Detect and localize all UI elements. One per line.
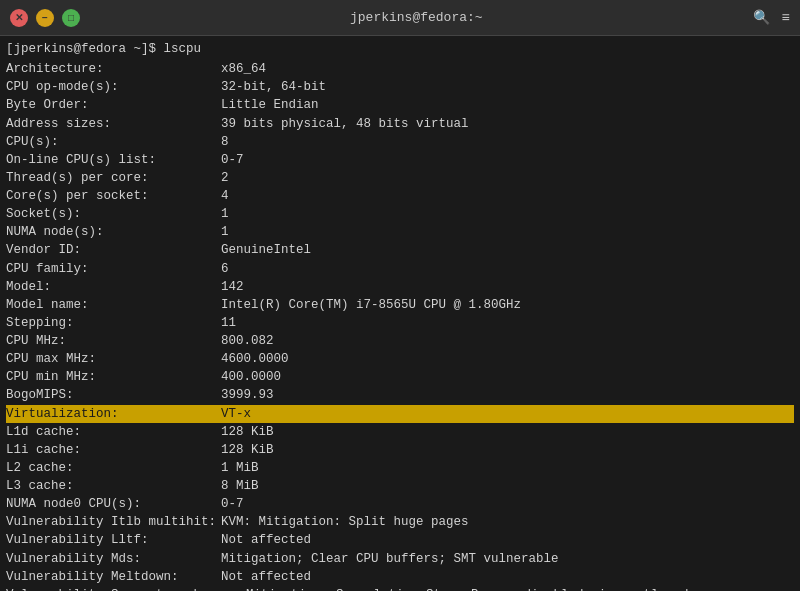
menu-icon[interactable]: ≡	[782, 10, 790, 26]
row-key: On-line CPU(s) list:	[6, 151, 221, 169]
table-row: Vendor ID:GenuineIntel	[6, 241, 794, 259]
table-row: NUMA node0 CPU(s):0-7	[6, 495, 794, 513]
table-row: Address sizes:39 bits physical, 48 bits …	[6, 115, 794, 133]
row-value: KVM: Mitigation: Split huge pages	[221, 513, 794, 531]
table-row: Stepping:11	[6, 314, 794, 332]
row-value: Not affected	[221, 531, 794, 549]
row-key: Model name:	[6, 296, 221, 314]
row-key: NUMA node0 CPU(s):	[6, 495, 221, 513]
row-value: 4	[221, 187, 794, 205]
table-row: Model name:Intel(R) Core(TM) i7-8565U CP…	[6, 296, 794, 314]
table-row: CPU max MHz:4600.0000	[6, 350, 794, 368]
table-row: CPU(s):8	[6, 133, 794, 151]
prompt-line: [jperkins@fedora ~]$ lscpu	[6, 40, 794, 58]
row-key: Address sizes:	[6, 115, 221, 133]
row-key: Model:	[6, 278, 221, 296]
window-title: jperkins@fedora:~	[350, 10, 483, 25]
table-row: On-line CPU(s) list:0-7	[6, 151, 794, 169]
row-value: Little Endian	[221, 96, 794, 114]
minimize-button[interactable]: −	[36, 9, 54, 27]
row-value: 39 bits physical, 48 bits virtual	[221, 115, 794, 133]
table-row: Virtualization:VT-x	[6, 405, 794, 423]
table-row: Vulnerability Meltdown:Not affected	[6, 568, 794, 586]
row-key: Byte Order:	[6, 96, 221, 114]
row-key: L2 cache:	[6, 459, 221, 477]
table-row: BogoMIPS:3999.93	[6, 386, 794, 404]
row-key: L1d cache:	[6, 423, 221, 441]
row-key: Vulnerability Itlb multihit:	[6, 513, 221, 531]
row-value: 400.0000	[221, 368, 794, 386]
table-row: Model:142	[6, 278, 794, 296]
table-row: L1d cache:128 KiB	[6, 423, 794, 441]
table-row: CPU MHz:800.082	[6, 332, 794, 350]
row-value: 128 KiB	[221, 441, 794, 459]
row-value: Mitigation; Clear CPU buffers; SMT vulne…	[221, 550, 794, 568]
row-value: 6	[221, 260, 794, 278]
table-row: Vulnerability Mds:Mitigation; Clear CPU …	[6, 550, 794, 568]
maximize-button[interactable]: □	[62, 9, 80, 27]
row-key: CPU MHz:	[6, 332, 221, 350]
row-key: NUMA node(s):	[6, 223, 221, 241]
search-icon[interactable]: 🔍	[753, 9, 770, 26]
titlebar-icons: 🔍 ≡	[753, 9, 790, 26]
row-value: GenuineIntel	[221, 241, 794, 259]
row-key: CPU min MHz:	[6, 368, 221, 386]
row-key: Vulnerability Lltf:	[6, 531, 221, 549]
row-value: 2	[221, 169, 794, 187]
row-value: 128 KiB	[221, 423, 794, 441]
table-row: L2 cache:1 MiB	[6, 459, 794, 477]
window-controls: ✕ − □	[10, 9, 80, 27]
table-row: Vulnerability Spec store bypass:Mitigati…	[6, 586, 794, 591]
row-value: 0-7	[221, 495, 794, 513]
row-value: 800.082	[221, 332, 794, 350]
row-value: 142	[221, 278, 794, 296]
table-row: CPU min MHz:400.0000	[6, 368, 794, 386]
table-row: Vulnerability Itlb multihit:KVM: Mitigat…	[6, 513, 794, 531]
row-value: Not affected	[221, 568, 794, 586]
row-key: Architecture:	[6, 60, 221, 78]
row-value: 3999.93	[221, 386, 794, 404]
row-key: CPU op-mode(s):	[6, 78, 221, 96]
row-value: 1	[221, 205, 794, 223]
table-row: NUMA node(s):1	[6, 223, 794, 241]
row-value: 4600.0000	[221, 350, 794, 368]
row-value: 1 MiB	[221, 459, 794, 477]
row-key: BogoMIPS:	[6, 386, 221, 404]
table-row: Vulnerability Lltf:Not affected	[6, 531, 794, 549]
row-key: L1i cache:	[6, 441, 221, 459]
table-row: Architecture:x86_64	[6, 60, 794, 78]
row-key: Virtualization:	[6, 405, 221, 423]
row-key: Core(s) per socket:	[6, 187, 221, 205]
row-key: Vulnerability Meltdown:	[6, 568, 221, 586]
row-value: 0-7	[221, 151, 794, 169]
row-key: L3 cache:	[6, 477, 221, 495]
row-key: Stepping:	[6, 314, 221, 332]
terminal-content: [jperkins@fedora ~]$ lscpu Architecture:…	[0, 36, 800, 591]
close-button[interactable]: ✕	[10, 9, 28, 27]
row-key: Vendor ID:	[6, 241, 221, 259]
row-value: Mitigation; Speculative Store Bypass dis…	[246, 586, 794, 591]
table-row: L1i cache:128 KiB	[6, 441, 794, 459]
row-value: 8 MiB	[221, 477, 794, 495]
row-value: 8	[221, 133, 794, 151]
row-key: CPU family:	[6, 260, 221, 278]
row-key: CPU(s):	[6, 133, 221, 151]
row-value: x86_64	[221, 60, 794, 78]
row-key: CPU max MHz:	[6, 350, 221, 368]
table-row: Thread(s) per core:2	[6, 169, 794, 187]
titlebar: ✕ − □ jperkins@fedora:~ 🔍 ≡	[0, 0, 800, 36]
table-row: Core(s) per socket:4	[6, 187, 794, 205]
table-row: L3 cache:8 MiB	[6, 477, 794, 495]
table-row: CPU family:6	[6, 260, 794, 278]
table-row: Byte Order:Little Endian	[6, 96, 794, 114]
table-row: CPU op-mode(s):32-bit, 64-bit	[6, 78, 794, 96]
row-value: VT-x	[221, 405, 794, 423]
row-key: Socket(s):	[6, 205, 221, 223]
row-value: 1	[221, 223, 794, 241]
row-value: 11	[221, 314, 794, 332]
lscpu-output: Architecture:x86_64CPU op-mode(s):32-bit…	[6, 60, 794, 591]
row-key: Vulnerability Mds:	[6, 550, 221, 568]
row-value: Intel(R) Core(TM) i7-8565U CPU @ 1.80GHz	[221, 296, 794, 314]
prompt-text: [jperkins@fedora ~]$ lscpu	[6, 42, 201, 56]
row-key: Vulnerability Spec store bypass:	[6, 586, 246, 591]
